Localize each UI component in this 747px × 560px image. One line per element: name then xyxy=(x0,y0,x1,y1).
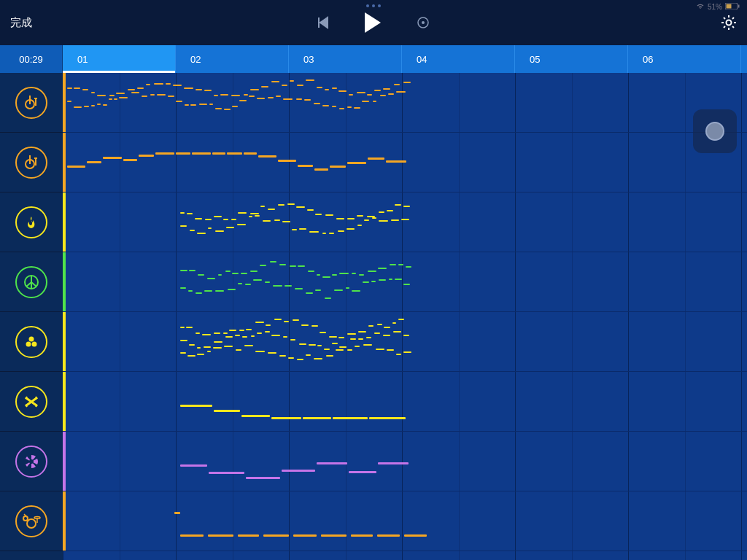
main-area xyxy=(0,73,747,560)
svg-point-30 xyxy=(27,519,36,528)
midi-clip[interactable] xyxy=(180,376,406,427)
app-root: 51% 完成 00:29 01 02 03 04 05 06 xyxy=(0,0,747,560)
done-button[interactable]: 完成 xyxy=(10,16,32,30)
svg-line-24 xyxy=(26,282,31,287)
measure-marker-01[interactable]: 01 xyxy=(63,45,176,73)
svg-point-28 xyxy=(32,341,37,346)
midi-clip[interactable] xyxy=(180,197,406,247)
note-container xyxy=(180,376,406,427)
note-container xyxy=(180,316,406,367)
track-color-bar xyxy=(63,252,66,311)
measure-marker-03[interactable]: 03 xyxy=(289,45,402,73)
timeline-ruler[interactable]: 00:29 01 02 03 04 05 06 xyxy=(0,45,747,73)
svg-point-31 xyxy=(23,516,28,521)
track-row[interactable] xyxy=(63,312,747,372)
svg-point-29 xyxy=(29,459,34,464)
track-header-6[interactable] xyxy=(0,372,63,432)
measure-marker-04[interactable]: 04 xyxy=(402,45,515,73)
flame-icon xyxy=(15,206,47,238)
track-row[interactable] xyxy=(63,491,747,551)
track-row[interactable] xyxy=(63,372,747,432)
top-toolbar: 51% 完成 xyxy=(0,0,747,45)
peace-icon xyxy=(15,266,47,298)
timeline-canvas[interactable] xyxy=(63,73,747,560)
battery-text: 51% xyxy=(708,3,722,11)
note-container xyxy=(180,257,406,307)
track-header-2[interactable] xyxy=(0,133,63,192)
battery-icon xyxy=(725,3,740,11)
play-button[interactable] xyxy=(365,12,381,33)
svg-line-13 xyxy=(724,26,725,28)
track-color-bar xyxy=(63,432,66,491)
midi-clip[interactable] xyxy=(180,316,406,367)
assistive-touch-button[interactable] xyxy=(693,109,737,153)
midi-note xyxy=(174,512,180,514)
cluster-icon xyxy=(15,326,47,358)
dobro-icon xyxy=(15,87,47,119)
track-color-bar xyxy=(63,192,66,252)
note-container xyxy=(180,197,406,247)
svg-rect-2 xyxy=(738,5,740,8)
status-bar: 51% xyxy=(696,3,740,11)
track-color-bar xyxy=(63,372,66,431)
measure-marker-06[interactable]: 06 xyxy=(628,45,741,73)
track-row[interactable] xyxy=(63,133,747,192)
time-display: 00:29 xyxy=(0,45,63,73)
midi-clip[interactable] xyxy=(180,257,406,307)
track-sidebar xyxy=(0,73,63,560)
note-container xyxy=(67,137,406,187)
transport-controls xyxy=(317,12,430,33)
track-row[interactable] xyxy=(63,432,747,491)
track-header-3[interactable] xyxy=(0,192,63,252)
fan-icon xyxy=(15,446,47,478)
track-row[interactable] xyxy=(63,252,747,312)
wifi-icon xyxy=(696,3,705,11)
svg-line-12 xyxy=(732,18,734,19)
midi-clip[interactable] xyxy=(67,77,406,128)
drumkit-icon xyxy=(15,505,47,537)
track-row[interactable] xyxy=(63,192,747,252)
track-header-4[interactable] xyxy=(0,252,63,312)
drag-handle-icon[interactable] xyxy=(366,4,381,7)
note-container xyxy=(180,496,406,546)
svg-line-11 xyxy=(732,26,734,28)
note-container xyxy=(67,77,406,128)
svg-line-10 xyxy=(724,18,725,19)
note-container xyxy=(180,436,406,486)
cross-icon xyxy=(15,386,47,418)
track-header-5[interactable] xyxy=(0,312,63,372)
svg-rect-1 xyxy=(727,4,732,9)
svg-point-26 xyxy=(29,336,34,341)
svg-point-27 xyxy=(26,341,31,346)
midi-clip[interactable] xyxy=(180,496,406,546)
prev-button[interactable] xyxy=(317,16,330,29)
track-row[interactable] xyxy=(63,73,747,133)
svg-line-25 xyxy=(31,282,36,287)
dobro-icon xyxy=(15,147,47,179)
track-header-1[interactable] xyxy=(0,73,63,133)
measure-marker-05[interactable]: 05 xyxy=(515,45,628,73)
midi-clip[interactable] xyxy=(67,137,406,187)
settings-button[interactable] xyxy=(721,15,737,31)
assistive-dot-icon xyxy=(705,122,724,141)
midi-clip[interactable] xyxy=(180,436,406,486)
svg-point-5 xyxy=(727,20,732,26)
measure-marker-02[interactable]: 02 xyxy=(176,45,289,73)
track-header-7[interactable] xyxy=(0,432,63,491)
track-header-8[interactable] xyxy=(0,491,63,551)
loop-button[interactable] xyxy=(416,15,430,30)
track-color-bar xyxy=(63,491,66,551)
track-color-bar xyxy=(63,133,66,192)
svg-point-4 xyxy=(422,21,425,24)
track-color-bar xyxy=(63,73,66,132)
track-color-bar xyxy=(63,312,66,371)
